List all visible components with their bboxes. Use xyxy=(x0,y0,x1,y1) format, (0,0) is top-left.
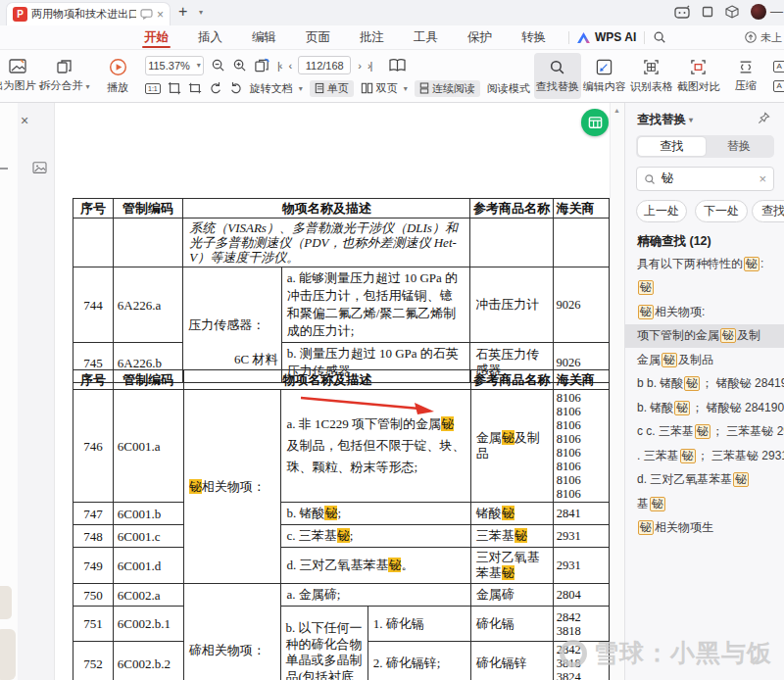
vertical-scrollbar[interactable]: ▲ xyxy=(610,103,624,680)
search-result-item[interactable]: 铋 xyxy=(625,276,784,301)
fit-page-icon[interactable] xyxy=(188,81,202,95)
continuous-read-button[interactable]: 连续阅读 xyxy=(415,80,480,97)
ribbon-tab-插入[interactable]: 插入 xyxy=(183,25,237,49)
table-row: 7496C001.dd. 三对乙氧基苯基铋。三对乙氧基苯基铋2931 xyxy=(74,548,610,584)
rotate-document-button[interactable]: 旋转文档▾ xyxy=(250,81,303,96)
edit-content-button[interactable]: 编辑内容 xyxy=(581,50,628,102)
search-result-item[interactable]: d. 三对乙氧基苯基铋 xyxy=(625,468,784,493)
cube-icon[interactable] xyxy=(725,5,739,19)
table-cell: 2804 xyxy=(553,584,609,607)
rotate-right-icon[interactable] xyxy=(229,81,243,95)
table-cell: 752 xyxy=(74,642,114,680)
split-merge-button[interactable]: 拆分合并▾ xyxy=(41,50,88,102)
search-result-item[interactable]: 具有以下两种特性的铋: xyxy=(625,252,784,276)
screenshot-compare-icon xyxy=(690,59,707,75)
table-cell: 2931 xyxy=(553,525,609,548)
tab-find[interactable]: 查找 xyxy=(638,137,706,156)
tab-list-chevron-icon[interactable]: ▾ xyxy=(199,8,203,17)
table-cell: 2. 碲化镉锌; xyxy=(368,642,470,680)
search-result-item[interactable]: 铋相关物项: xyxy=(625,300,784,324)
panel-header[interactable]: 查找替换▾ xyxy=(637,112,693,128)
user-avatar[interactable] xyxy=(751,4,766,20)
full-translate-button[interactable]: A全文翻译 xyxy=(773,59,784,73)
compress-button[interactable]: 压缩 xyxy=(722,50,769,102)
extract-pages-icon[interactable] xyxy=(254,58,270,73)
search-icon[interactable] xyxy=(653,30,666,44)
next-page-icon[interactable]: › xyxy=(358,60,361,72)
pin-icon[interactable] xyxy=(758,112,770,124)
wps-pdf-window: { "colors":{"wps_red":"#e23b30","accent_… xyxy=(0,0,784,680)
minimize-icon[interactable]: — xyxy=(770,4,783,19)
previous-page-icon[interactable]: ‹ xyxy=(289,60,292,72)
search-result-item[interactable]: b b. 锗酸铋； 锗酸铋 2841900 xyxy=(625,372,784,397)
collapsed-handle[interactable] xyxy=(0,168,8,170)
table-cell: 6A226.a xyxy=(113,267,182,343)
recognize-table-button[interactable]: 识别表格 xyxy=(628,50,675,102)
table-row: 7446A226.a压力传感器：a. 能够测量压力超过 10 GPa 的冲击压力… xyxy=(74,267,610,343)
edit-pencil-icon xyxy=(596,59,612,75)
read-mode-button[interactable]: 阅读模式 xyxy=(487,81,530,96)
clear-search-icon[interactable]: × xyxy=(759,171,766,186)
actual-size-icon[interactable]: 1:1 xyxy=(145,83,161,94)
last-page-icon[interactable]: ›| xyxy=(368,60,372,72)
ribbon-tab-工具[interactable]: 工具 xyxy=(399,25,453,49)
restore-window-icon[interactable] xyxy=(702,6,713,18)
screenshot-compare-button[interactable]: 截图对比 xyxy=(675,50,722,102)
match-highlight: 铋 xyxy=(650,497,665,511)
close-panel-icon[interactable]: × xyxy=(21,113,28,128)
fit-width-icon[interactable] xyxy=(168,81,181,95)
match-highlight: 铋 xyxy=(514,528,527,543)
ribbon-tab-批注[interactable]: 批注 xyxy=(345,25,399,49)
export-image-button[interactable]: 出为图片▾ xyxy=(0,50,41,102)
ribbon-tab-保护[interactable]: 保护 xyxy=(453,25,507,49)
search-result-item[interactable]: . 三苯基铋； 三苯基铋 2931900 xyxy=(625,444,784,468)
wps-ai-button[interactable]: WPS AI xyxy=(577,30,636,44)
find-button[interactable]: 查找 xyxy=(752,200,784,222)
table-cell xyxy=(74,219,114,267)
wps-ai-icon xyxy=(577,32,590,43)
search-result-item[interactable]: 金属铋及制品 xyxy=(625,348,784,372)
previous-match-button[interactable]: 上一处 xyxy=(636,200,687,222)
ribbon-tab-开始[interactable]: 开始 xyxy=(129,25,183,49)
page-indicator-input[interactable]: 112/168 xyxy=(298,56,351,74)
word-translate-button[interactable]: A划词翻译▾ xyxy=(773,78,784,93)
book-icon[interactable] xyxy=(388,58,407,73)
thumbnail-peek[interactable] xyxy=(0,586,12,619)
search-result-item[interactable]: c c. 三苯基铋； 三苯基铋 2931 xyxy=(625,420,784,445)
next-match-button[interactable]: 下一处 xyxy=(695,200,748,222)
find-replace-button[interactable]: 查找替换 xyxy=(534,53,581,99)
rotate-left-icon[interactable] xyxy=(209,81,222,95)
pdf-page: 序号管制编码物项名称及描述参考商品名称海关商系统（VISARs）、多普勒激光干涉… xyxy=(55,103,610,680)
ribbon-tab-页面[interactable]: 页面 xyxy=(291,25,345,49)
double-page-button[interactable]: 双页▾ xyxy=(361,81,408,96)
continuous-icon xyxy=(419,82,429,94)
assistant-robot-icon[interactable] xyxy=(674,5,690,19)
first-page-icon[interactable]: |‹ xyxy=(277,60,282,72)
zoom-out-icon[interactable] xyxy=(211,58,225,73)
new-tab-button[interactable]: + xyxy=(178,3,187,21)
play-button[interactable]: 播放 xyxy=(94,50,141,102)
zoom-level-select[interactable]: 115.37%▾ xyxy=(145,56,204,75)
thumbnail-peek[interactable] xyxy=(0,629,16,680)
cloud-sync-status[interactable]: 未上 xyxy=(744,30,782,45)
ribbon-tab-转换[interactable]: 转换 xyxy=(507,25,561,49)
scroll-up-icon[interactable]: ▲ xyxy=(613,107,620,114)
search-result-item[interactable]: b. 锗酸铋； 锗酸铋 284190004 xyxy=(625,396,784,420)
extract-table-fab[interactable] xyxy=(581,109,609,136)
search-result-item[interactable]: 基铋 xyxy=(625,492,784,516)
tab-replace[interactable]: 替换 xyxy=(706,137,773,156)
comment-icon[interactable] xyxy=(140,9,153,20)
document-tab[interactable]: P 两用物项和技术进出口许可证 × xyxy=(6,2,171,25)
search-result-item[interactable]: 项下管制的金属铋及制 xyxy=(625,324,784,349)
match-highlight: 铋 xyxy=(674,401,690,415)
close-tab-icon[interactable]: × xyxy=(157,9,164,21)
table-cell: 749 xyxy=(74,548,114,584)
search-input[interactable]: 铋 × xyxy=(636,167,774,191)
single-page-button[interactable]: 单页 xyxy=(310,80,354,97)
divider xyxy=(644,31,645,44)
image-tool-icon[interactable] xyxy=(32,162,47,174)
document-viewport[interactable]: 序号管制编码物项名称及描述参考商品名称海关商系统（VISARs）、多普勒激光干涉… xyxy=(55,103,610,680)
zoom-in-icon[interactable] xyxy=(232,58,247,73)
search-result-item[interactable]: 铋相关物项生 xyxy=(625,516,784,541)
ribbon-tab-编辑[interactable]: 编辑 xyxy=(237,25,291,49)
